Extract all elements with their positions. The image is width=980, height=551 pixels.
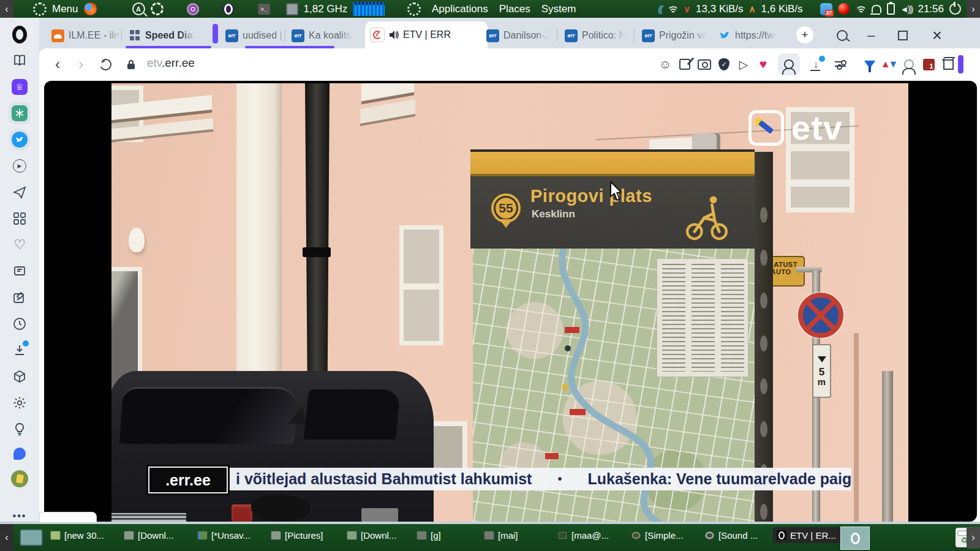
maximize-button[interactable]: [893, 23, 921, 48]
clock[interactable]: 21:56: [918, 3, 944, 15]
privacy-shield-button[interactable]: ✓: [714, 54, 734, 74]
settings-gear-icon[interactable]: [12, 395, 28, 411]
cpu-monitor-icon[interactable]: [286, 3, 298, 15]
tab-danilson[interactable]: err Danilson-J: [481, 23, 565, 48]
history-clock-icon[interactable]: [12, 316, 28, 332]
page-settings-button[interactable]: [831, 54, 850, 74]
battery-icon[interactable]: [887, 3, 895, 15]
taskbar-window-button[interactable]: [*Unsav...: [197, 527, 266, 543]
show-desktop-button[interactable]: [20, 529, 43, 546]
ideas-lightbulb-icon[interactable]: [12, 421, 28, 437]
extension-traffic-button[interactable]: ▲▼: [880, 54, 899, 74]
chatgpt-icon[interactable]: [12, 105, 28, 121]
messenger-send-icon[interactable]: [12, 184, 28, 200]
tab-speed-dial[interactable]: Speed Dial: [125, 23, 219, 48]
snapshot-button[interactable]: [695, 54, 714, 74]
taskbar-window-button[interactable]: [new 30...: [50, 527, 119, 543]
office-doc-app-icon[interactable]: [11, 470, 28, 487]
cube-icon: [943, 59, 954, 70]
news-feed-icon[interactable]: [12, 263, 28, 279]
aria-ai-icon[interactable]: ♕: [12, 79, 28, 95]
video-player[interactable]: 55 Pirogovi plats Kesklinn: [44, 81, 977, 522]
minimize-button[interactable]: –: [862, 23, 891, 48]
tab-uudised[interactable]: err uudised | E: [221, 23, 293, 48]
opera-logo-icon[interactable]: [12, 26, 28, 42]
site-security-button[interactable]: [121, 54, 141, 74]
taskbar-window-button[interactable]: [g]: [417, 527, 478, 543]
volume-icon[interactable]: ◄))): [900, 4, 913, 14]
close-button[interactable]: ×: [927, 23, 956, 48]
new-tab-button[interactable]: +: [796, 26, 813, 43]
network-applet-icon[interactable]: [855, 5, 866, 13]
pinboard-icon[interactable]: [12, 290, 28, 305]
downloads-button[interactable]: ↓: [806, 54, 826, 74]
extensions-cube-icon[interactable]: [12, 369, 28, 384]
video-popout-icon[interactable]: ▶: [12, 158, 28, 174]
speed-dial-grid-icon[interactable]: [12, 211, 28, 227]
taskbar-window-button[interactable]: [Downl...: [124, 527, 192, 543]
tab-etv-active[interactable]: ETV | ERR: [365, 21, 488, 48]
tab-twitter[interactable]: https://twi: [714, 23, 797, 48]
taskbar-window-button[interactable]: [Simple...: [631, 527, 697, 543]
tab-politico[interactable]: err Politico: N: [560, 23, 642, 48]
power-icon[interactable]: [949, 3, 961, 15]
wifi-strength-icon[interactable]: [667, 5, 678, 13]
video-frame[interactable]: 55 Pirogovi plats Kesklinn: [111, 83, 908, 522]
tab-ilm[interactable]: ILM.EE - ilm: [47, 23, 130, 48]
taskbar-window-button[interactable]: [Sound ...: [704, 527, 768, 543]
twitter-sidebar-icon[interactable]: [12, 132, 28, 148]
taskbar-window-button-active[interactable]: ETV | ER...: [773, 527, 844, 543]
sidebar-panel-toggle[interactable]: [958, 55, 963, 73]
taskbar-window-button[interactable]: [Downl...: [347, 527, 414, 543]
taskbar-window-button[interactable]: [maa@...: [557, 527, 622, 543]
taskbar-window-button[interactable]: [mai]: [484, 527, 548, 543]
search-tool-icon[interactable]: A: [132, 2, 145, 15]
cpu-frequency: 1,82 GHz: [304, 3, 348, 15]
forward-button[interactable]: ›: [71, 54, 91, 74]
sliders-icon: [835, 60, 846, 69]
taskbar-window-button[interactable]: [Pictures]: [271, 527, 343, 543]
workspace-indicator[interactable]: [213, 24, 218, 43]
ticker-separator: •: [557, 472, 562, 486]
tab-search-button[interactable]: [832, 23, 860, 48]
back-button[interactable]: ‹: [48, 54, 67, 74]
tab-prigozin[interactable]: err Prigožin vä: [637, 23, 722, 48]
profile-button[interactable]: [778, 53, 800, 75]
status-orb-icon[interactable]: [838, 3, 850, 15]
extension-filter-button[interactable]: [860, 54, 880, 74]
tab-divider: [634, 29, 635, 42]
extension-blocker-button[interactable]: 1: [919, 54, 938, 74]
bookmarks-book-icon[interactable]: [12, 53, 28, 69]
taskbar-forward-button[interactable]: ›: [967, 527, 980, 549]
weather-applet-icon[interactable]: 37: [820, 3, 832, 15]
taskbar-back-button[interactable]: ‹: [0, 524, 13, 551]
edit-bookmark-button[interactable]: [675, 54, 695, 74]
chat-bubble-icon[interactable]: [13, 448, 26, 460]
settings-gears-icon[interactable]: [151, 2, 164, 15]
down-arrow-icon: ▼: [889, 59, 899, 70]
terminal-icon[interactable]: >_: [258, 4, 270, 15]
extension-accounts-button[interactable]: [899, 54, 919, 74]
places-menu[interactable]: Places: [499, 3, 530, 15]
notifications-bell-icon[interactable]: [872, 5, 881, 13]
favorites-heart-icon[interactable]: ♡: [12, 237, 28, 253]
opera-launcher-icon[interactable]: [222, 3, 235, 15]
menu-button[interactable]: Menu: [52, 3, 78, 15]
reload-button[interactable]: [96, 54, 115, 74]
applications-menu[interactable]: Applications: [432, 3, 488, 15]
firefox-icon[interactable]: [84, 2, 97, 15]
system-menu[interactable]: System: [541, 3, 576, 15]
extensions-cube-button[interactable]: [938, 54, 958, 74]
cyclist-icon: [686, 193, 728, 242]
url-field[interactable]: etv.err.ee: [147, 56, 195, 70]
tab-koalitsioon[interactable]: err Ka koalitsi: [287, 23, 374, 48]
send-to-device-button[interactable]: ▷: [734, 54, 753, 74]
downloads-tray-icon[interactable]: [12, 342, 28, 358]
network-history-graph[interactable]: [353, 2, 385, 16]
panel-back-button[interactable]: ‹: [0, 0, 13, 18]
panel-expand-button[interactable]: ›: [967, 0, 980, 18]
workspace-switcher[interactable]: [840, 527, 870, 550]
favorite-heart-button[interactable]: ♥: [753, 54, 773, 74]
tor-browser-icon[interactable]: [187, 3, 199, 15]
emoji-reaction-button[interactable]: ☺: [655, 54, 675, 74]
